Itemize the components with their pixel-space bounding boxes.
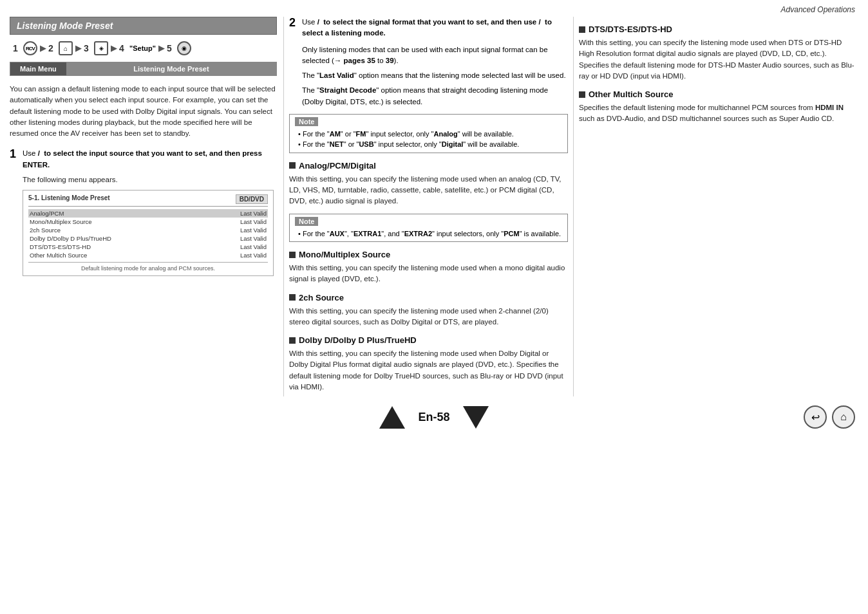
left-column: Listening Mode Preset 1 RCV ▶ 2 ⌂ ▶ 3 ◈ …: [6, 17, 283, 396]
section-heading-2ch-text: 2ch Source: [299, 293, 344, 302]
section-heading-mono-text: Mono/Multiplex Source: [299, 250, 390, 259]
step2-instruction: 2 Use / to select the signal format that…: [289, 17, 568, 39]
page-number: En-58: [418, 411, 449, 424]
section-square-dolby-icon: [289, 337, 296, 344]
page-footer: En-58 ↩ ⌂: [0, 396, 868, 432]
breadcrumb-bar: Main Menu Listening Mode Preset: [10, 62, 277, 76]
dial-icon: ◉: [177, 41, 191, 55]
main-content: Listening Mode Preset 1 RCV ▶ 2 ⌂ ▶ 3 ◈ …: [0, 17, 868, 396]
section-heading-multich-text: Other Multich Source: [589, 89, 673, 99]
steps-row: 1 RCV ▶ 2 ⌂ ▶ 3 ◈ ▶ 4 "Setup" ▶ 5: [10, 41, 277, 55]
menu-row-3: Dolby D/Dolby D Plus/TrueHDLast Valid: [28, 234, 268, 243]
section-square-mono-icon: [289, 252, 296, 258]
menu-header-row: 5-1. Listening Mode Preset BD/DVD: [28, 194, 268, 207]
section-body-2ch: With this setting, you can specify the l…: [289, 306, 568, 328]
section-body-dts: With this setting, you can specify the l…: [579, 37, 856, 82]
section-square-2ch-icon: [289, 294, 296, 301]
note-box-aux: Note • For the "AUX", "EXTRA1", and "EXT…: [289, 214, 568, 243]
section-heading-mono: Mono/Multiplex Source: [289, 250, 568, 259]
footer-icons: ↩ ⌂: [804, 405, 855, 429]
arrow-1: ▶: [40, 44, 46, 53]
note-item-aux: • For the "AUX", "EXTRA1", and "EXTRA2" …: [298, 228, 562, 239]
note-item-2: • For the "NET" or "USB" input selector,…: [298, 139, 562, 150]
prev-page-button[interactable]: [379, 406, 405, 429]
section-square-dts-icon: [579, 26, 585, 33]
breadcrumb-main: Main Menu: [10, 62, 66, 75]
menu-display: 5-1. Listening Mode Preset BD/DVD Analog…: [23, 190, 274, 276]
menu-footer-note: Default listening mode for analog and PC…: [28, 262, 268, 272]
note-title: Note: [295, 117, 318, 126]
menu-row-4: DTS/DTS-ES/DTS-HDLast Valid: [28, 243, 268, 251]
arrow-4: ▶: [158, 44, 164, 53]
setup-text: "Setup": [129, 44, 156, 52]
step2-text: Use / to select the signal format that y…: [302, 17, 568, 39]
breadcrumb-sub: Listening Mode Preset: [66, 62, 276, 75]
step-label-4: 4: [119, 43, 127, 53]
section-body-analog: With this setting, you can specify the l…: [289, 174, 568, 207]
menu-header-source: BD/DVD: [236, 194, 268, 204]
description-text: You can assign a default listening mode …: [10, 84, 277, 139]
section-body-multich: Specifies the default listening mode for…: [579, 102, 856, 125]
receiver-icon: RCV: [23, 41, 37, 55]
menu-row-1: Mono/Multiplex SourceLast Valid: [28, 218, 268, 226]
right-column: DTS/DTS-ES/DTS-HD With this setting, you…: [573, 17, 862, 396]
menu-row-5: Other Multich SourceLast Valid: [28, 251, 268, 259]
nav-icon: ◈: [94, 41, 108, 55]
step2-number: 2: [289, 17, 298, 39]
step1-text: Use / to select the input source that yo…: [23, 148, 277, 171]
section-title: Advanced Operations: [781, 5, 855, 14]
section-square-multich-icon: [579, 91, 585, 98]
section-heading-multich: Other Multich Source: [579, 89, 856, 99]
section-heading-dts: DTS/DTS-ES/DTS-HD: [579, 24, 856, 34]
section-heading-dts-text: DTS/DTS-ES/DTS-HD: [589, 24, 672, 34]
step-label-3: 3: [84, 43, 91, 53]
arrow-2: ▶: [75, 44, 81, 53]
section-square-icon: [289, 162, 296, 169]
home-icon: ⌂: [59, 41, 73, 55]
menu-rows-container: Analog/PCMLast ValidMono/Multiplex Sourc…: [28, 209, 268, 259]
section-body-mono: With this setting, you can specify the l…: [289, 263, 568, 285]
mid-column: 2 Use / to select the signal format that…: [283, 17, 573, 396]
step-label-1: 1: [13, 43, 21, 53]
section-heading-2ch: 2ch Source: [289, 293, 568, 302]
straight-decode-text: The "Straight Decode" option means that …: [302, 85, 568, 107]
menu-header-title: 5-1. Listening Mode Preset: [28, 194, 110, 204]
following-menu-text: The following menu appears.: [23, 176, 277, 183]
listening-mode-title: Listening Mode Preset: [17, 21, 113, 31]
back-icon: ↩: [811, 411, 820, 423]
home-icon: ⌂: [840, 411, 847, 423]
last-valid-text: The "Last Valid" option means that the l…: [302, 70, 568, 81]
section-heading-analog: Analog/PCM/Digital: [289, 161, 568, 171]
next-page-button[interactable]: [463, 406, 489, 429]
section-heading-analog-text: Analog/PCM/Digital: [299, 161, 376, 171]
arrow-3: ▶: [111, 44, 117, 53]
section-body-dolby: With this setting, you can specify the l…: [289, 348, 568, 393]
back-button[interactable]: ↩: [804, 405, 827, 429]
note-box: Note • For the "AM" or "FM" input select…: [289, 114, 568, 153]
home-button[interactable]: ⌂: [832, 405, 855, 429]
page-container: Advanced Operations Listening Mode Prese…: [0, 0, 868, 614]
step1-number: 1: [10, 148, 19, 171]
step-label-5: 5: [167, 43, 175, 53]
note-title-aux: Note: [295, 217, 318, 226]
menu-row-2: 2ch SourceLast Valid: [28, 226, 268, 234]
section-title-box: Listening Mode Preset: [10, 17, 277, 35]
section-heading-dolby: Dolby D/Dolby D Plus/TrueHD: [289, 335, 568, 345]
body1-text: Only listening modes that can be used wi…: [302, 44, 568, 67]
section-heading-dolby-text: Dolby D/Dolby D Plus/TrueHD: [299, 335, 417, 345]
note-item-1: • For the "AM" or "FM" input selector, o…: [298, 129, 562, 140]
page-header: Advanced Operations: [0, 0, 868, 17]
step-label-2: 2: [48, 43, 56, 53]
step1-instruction: 1 Use / to select the input source that …: [10, 148, 277, 171]
menu-row-0: Analog/PCMLast Valid: [28, 209, 268, 218]
